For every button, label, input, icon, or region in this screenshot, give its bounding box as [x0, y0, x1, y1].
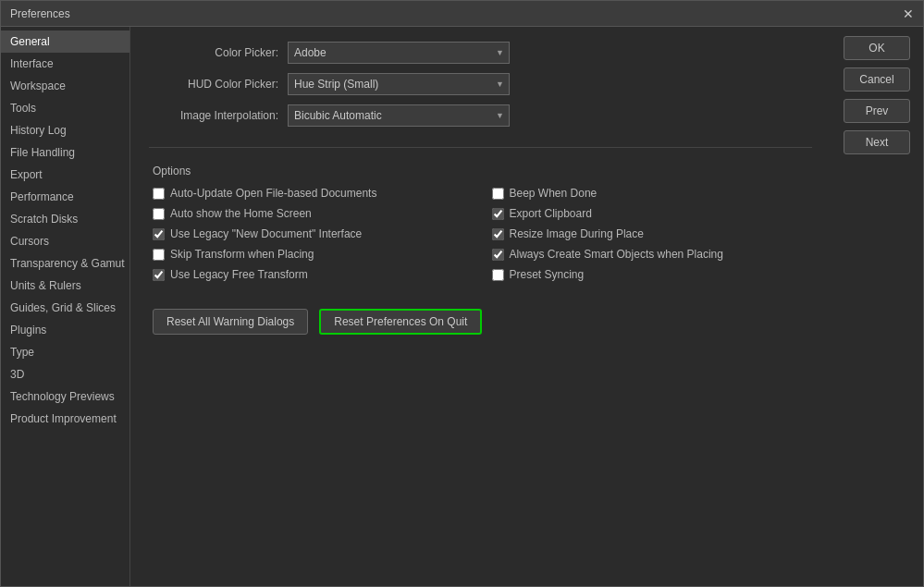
image-interpolation-select-wrapper: Bicubic Automatic Nearest Neighbor Bilin… [288, 104, 510, 127]
sidebar-item-file-handling[interactable]: File Handling [1, 141, 129, 164]
sidebar-item-interface[interactable]: Interface [1, 53, 129, 75]
checkbox-right-3[interactable] [492, 249, 504, 261]
checkbox-label-left-0: Auto-Update Open File-based Documents [170, 187, 376, 200]
color-picker-row: Color Picker: Adobe Windows [149, 42, 812, 64]
sidebar-item-product-improvement[interactable]: Product Improvement [1, 408, 129, 430]
options-label: Options [153, 165, 812, 177]
sidebar-item-scratch-disks[interactable]: Scratch Disks [1, 208, 129, 230]
sidebar-item-guides--grid---slices[interactable]: Guides, Grid & Slices [1, 297, 129, 319]
sidebar-item-plugins[interactable]: Plugins [1, 319, 129, 341]
checkbox-row-right-0: Beep When Done [492, 187, 813, 200]
checkbox-row-left-3: Skip Transform when Placing [153, 248, 474, 261]
title-bar: Preferences ✕ [1, 1, 923, 27]
sidebar-item-units---rulers[interactable]: Units & Rulers [1, 275, 129, 297]
checkbox-row-right-2: Resize Image During Place [492, 227, 813, 240]
checkbox-label-left-3: Skip Transform when Placing [170, 248, 314, 261]
color-picker-select[interactable]: Adobe Windows [288, 42, 510, 64]
color-picker-select-wrapper: Adobe Windows [288, 42, 510, 64]
sidebar-item-type[interactable]: Type [1, 341, 129, 363]
checkbox-left-2[interactable] [153, 228, 165, 240]
checkbox-label-right-4: Preset Syncing [510, 268, 585, 281]
sidebar-item-technology-previews[interactable]: Technology Previews [1, 385, 129, 408]
checkbox-row-right-1: Export Clipboard [492, 207, 813, 220]
close-button[interactable]: ✕ [903, 6, 914, 21]
checkbox-row-left-0: Auto-Update Open File-based Documents [153, 187, 474, 200]
ok-button[interactable]: OK [844, 36, 910, 60]
right-panel: OK Cancel Prev Next [831, 27, 923, 586]
checkbox-right-1[interactable] [492, 208, 504, 220]
checkbox-row-left-2: Use Legacy "New Document" Interface [153, 227, 474, 240]
window-title: Preferences [10, 7, 70, 20]
hud-color-picker-label: HUD Color Picker: [149, 78, 278, 91]
sidebar-item-export[interactable]: Export [1, 164, 129, 186]
sidebar-item-workspace[interactable]: Workspace [1, 75, 129, 97]
image-interpolation-label: Image Interpolation: [149, 109, 278, 122]
checkbox-label-left-2: Use Legacy "New Document" Interface [170, 227, 362, 240]
checkbox-label-left-4: Use Legacy Free Transform [170, 268, 308, 281]
sidebar-item-history-log[interactable]: History Log [1, 119, 129, 141]
checkbox-label-right-3: Always Create Smart Objects when Placing [510, 248, 723, 261]
checkbox-label-right-1: Export Clipboard [510, 207, 592, 220]
options-grid: Auto-Update Open File-based DocumentsBee… [149, 187, 812, 281]
content-area: GeneralInterfaceWorkspaceToolsHistory Lo… [1, 27, 923, 586]
checkbox-row-right-3: Always Create Smart Objects when Placing [492, 248, 813, 261]
image-interpolation-select[interactable]: Bicubic Automatic Nearest Neighbor Bilin… [288, 104, 510, 127]
hud-color-picker-select-wrapper: Hue Strip (Small) Hue Strip (Medium) Hue… [288, 73, 510, 95]
reset-preferences-button[interactable]: Reset Preferences On Quit [319, 309, 482, 335]
checkbox-label-right-0: Beep When Done [510, 187, 598, 200]
checkbox-label-left-1: Auto show the Home Screen [170, 207, 312, 220]
sidebar-item-performance[interactable]: Performance [1, 186, 129, 208]
sidebar: GeneralInterfaceWorkspaceToolsHistory Lo… [1, 27, 130, 586]
checkbox-label-right-2: Resize Image During Place [510, 227, 644, 240]
cancel-button[interactable]: Cancel [844, 67, 910, 92]
prev-button[interactable]: Prev [844, 99, 910, 123]
color-picker-label: Color Picker: [149, 46, 278, 59]
checkbox-right-4[interactable] [492, 269, 504, 281]
next-button[interactable]: Next [844, 130, 910, 154]
sidebar-item-general[interactable]: General [1, 31, 129, 53]
preferences-window: Preferences ✕ GeneralInterfaceWorkspaceT… [0, 0, 924, 587]
checkbox-left-1[interactable] [153, 208, 165, 220]
action-buttons-row: Reset All Warning Dialogs Reset Preferen… [149, 309, 812, 335]
reset-warnings-button[interactable]: Reset All Warning Dialogs [153, 309, 308, 335]
divider [149, 147, 812, 148]
sidebar-item-transparency---gamut[interactable]: Transparency & Gamut [1, 252, 129, 275]
hud-color-picker-row: HUD Color Picker: Hue Strip (Small) Hue … [149, 73, 812, 95]
checkbox-left-4[interactable] [153, 269, 165, 281]
image-interpolation-row: Image Interpolation: Bicubic Automatic N… [149, 104, 812, 127]
hud-color-picker-select[interactable]: Hue Strip (Small) Hue Strip (Medium) Hue… [288, 73, 510, 95]
sidebar-item-tools[interactable]: Tools [1, 97, 129, 119]
checkbox-row-left-4: Use Legacy Free Transform [153, 268, 474, 281]
checkbox-row-left-1: Auto show the Home Screen [153, 207, 474, 220]
main-content: Color Picker: Adobe Windows HUD Color Pi… [130, 27, 831, 586]
sidebar-item-cursors[interactable]: Cursors [1, 230, 129, 252]
checkbox-left-0[interactable] [153, 188, 165, 200]
checkbox-right-0[interactable] [492, 188, 504, 200]
checkbox-row-right-4: Preset Syncing [492, 268, 813, 281]
checkbox-right-2[interactable] [492, 228, 504, 240]
checkbox-left-3[interactable] [153, 249, 165, 261]
sidebar-item-3d[interactable]: 3D [1, 363, 129, 385]
